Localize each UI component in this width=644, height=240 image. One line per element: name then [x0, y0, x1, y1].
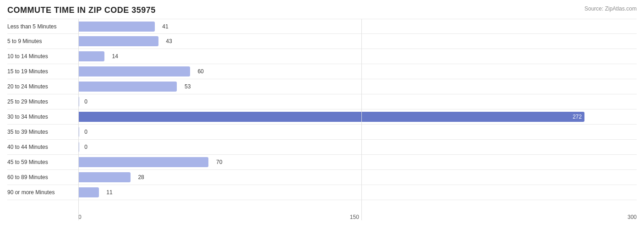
- bar-fill: 70: [78, 157, 208, 167]
- bar-track: 53: [78, 79, 637, 94]
- bar-row: 40 to 44 Minutes0: [7, 140, 637, 155]
- bar-row: 35 to 39 Minutes0: [7, 125, 637, 140]
- bar-value-label: 0: [84, 144, 87, 150]
- bar-label: 35 to 39 Minutes: [7, 129, 78, 135]
- bar-row: 60 to 89 Minutes28: [7, 170, 637, 185]
- bar-value-label: 53: [185, 83, 191, 90]
- bar-fill: 0: [78, 142, 79, 152]
- x-axis-label: 300: [628, 214, 637, 220]
- bar-track: 11: [78, 185, 637, 200]
- bar-value-label: 11: [106, 189, 112, 196]
- bar-fill: 11: [78, 187, 99, 197]
- bar-value-label: 41: [162, 23, 168, 30]
- bar-row: 90 or more Minutes11: [7, 185, 637, 200]
- bar-fill: 272: [78, 112, 584, 122]
- bar-row: 25 to 29 Minutes0: [7, 94, 637, 109]
- bar-label: 45 to 59 Minutes: [7, 159, 78, 165]
- bar-track: 28: [78, 170, 637, 185]
- x-axis: 0150300: [78, 212, 637, 220]
- bar-label: 25 to 29 Minutes: [7, 98, 78, 105]
- chart-container: COMMUTE TIME IN ZIP CODE 35975 Source: Z…: [0, 0, 644, 240]
- bar-track: 70: [78, 155, 637, 169]
- bar-row: 45 to 59 Minutes70: [7, 155, 637, 170]
- bar-label: 20 to 24 Minutes: [7, 83, 78, 90]
- source-label: Source: ZipAtlas.com: [584, 5, 637, 12]
- bar-fill: 43: [78, 36, 158, 46]
- bar-track: 0: [78, 125, 637, 139]
- bar-label: 90 or more Minutes: [7, 189, 78, 196]
- bar-track: 14: [78, 49, 637, 64]
- bar-label: 5 to 9 Minutes: [7, 38, 78, 44]
- bar-fill: 14: [78, 51, 104, 61]
- bar-label: 15 to 19 Minutes: [7, 68, 78, 75]
- chart-title: COMMUTE TIME IN ZIP CODE 35975: [7, 5, 637, 15]
- bar-row: 5 to 9 Minutes43: [7, 34, 637, 49]
- bar-fill: 53: [78, 82, 177, 92]
- bar-value-label: 14: [112, 53, 118, 60]
- x-axis-label: 0: [78, 214, 82, 220]
- bar-label: 30 to 34 Minutes: [7, 114, 78, 120]
- bar-track: 272: [78, 109, 637, 124]
- x-axis-label: 150: [350, 214, 359, 220]
- bar-fill: 28: [78, 172, 131, 182]
- bar-row: 10 to 14 Minutes14: [7, 49, 637, 64]
- bar-row: 30 to 34 Minutes272: [7, 109, 637, 125]
- bar-label: Less than 5 Minutes: [7, 23, 78, 30]
- bar-fill: 0: [78, 127, 79, 137]
- bar-value-label: 0: [84, 129, 87, 135]
- bar-label: 40 to 44 Minutes: [7, 144, 78, 150]
- bar-value-label: 0: [84, 98, 87, 105]
- bar-fill: 41: [78, 22, 155, 32]
- bar-track: 41: [78, 19, 637, 33]
- bar-track: 0: [78, 140, 637, 154]
- bar-track: 43: [78, 34, 637, 49]
- bar-value-label: 43: [166, 38, 172, 44]
- bar-track: 0: [78, 94, 637, 109]
- bar-fill: 0: [78, 97, 79, 107]
- bar-label: 60 to 89 Minutes: [7, 174, 78, 180]
- bar-track: 60: [78, 64, 637, 79]
- bar-row: 20 to 24 Minutes53: [7, 79, 637, 94]
- bar-value-label: 70: [216, 159, 222, 165]
- bar-value-label: 272: [573, 114, 582, 120]
- bar-row: Less than 5 Minutes41: [7, 19, 637, 34]
- bar-label: 10 to 14 Minutes: [7, 53, 78, 60]
- bar-fill: 60: [78, 66, 190, 76]
- bar-value-label: 60: [197, 68, 203, 75]
- bar-value-label: 28: [138, 174, 144, 180]
- bars-area: Less than 5 Minutes415 to 9 Minutes4310 …: [7, 19, 637, 220]
- bar-row: 15 to 19 Minutes60: [7, 64, 637, 79]
